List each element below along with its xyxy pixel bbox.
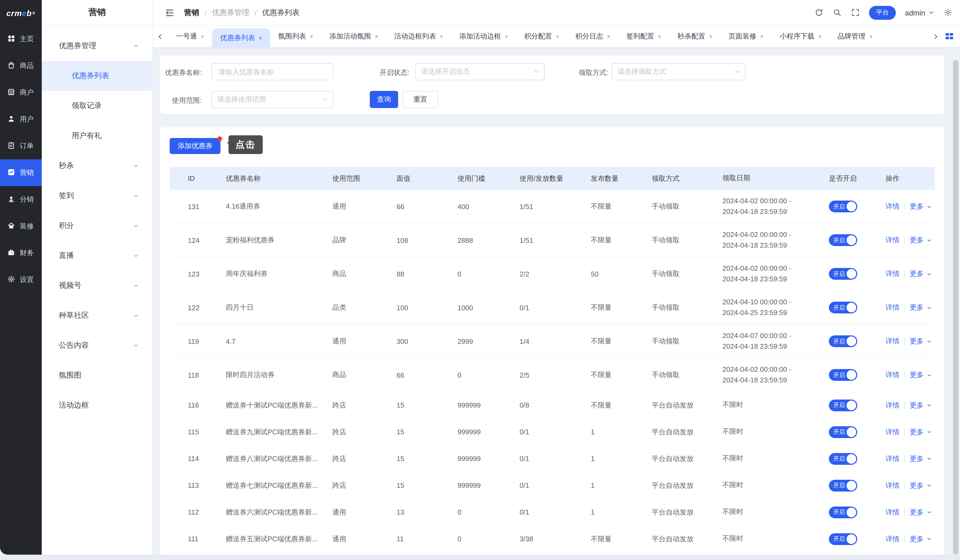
more-link[interactable]: 更多	[910, 303, 923, 313]
detail-link[interactable]: 详情	[886, 534, 899, 544]
sidebar-item-6[interactable]: 签到	[42, 181, 152, 211]
close-icon[interactable]: ×	[658, 33, 661, 40]
enable-toggle[interactable]: 开启	[829, 399, 857, 411]
close-icon[interactable]: ×	[201, 33, 204, 40]
enable-toggle[interactable]: 开启	[829, 268, 857, 280]
more-link[interactable]: 更多	[910, 269, 923, 279]
tab-10[interactable]: 秒杀配置×	[669, 26, 720, 47]
detail-link[interactable]: 详情	[886, 427, 899, 437]
rail-item-2[interactable]: 商品	[0, 53, 42, 79]
more-link[interactable]: 更多	[910, 235, 923, 245]
detail-link[interactable]: 详情	[886, 370, 899, 380]
detail-link[interactable]: 详情	[886, 337, 899, 346]
rail-item-9[interactable]: 财务	[0, 239, 42, 266]
platform-badge[interactable]: 平台	[869, 6, 896, 19]
close-icon[interactable]: ×	[818, 33, 822, 40]
brand-logo[interactable]: crmeb®	[0, 0, 42, 26]
refresh-icon[interactable]	[814, 8, 824, 17]
enable-toggle[interactable]: 开启	[829, 533, 857, 545]
tab-8[interactable]: 积分日志×	[567, 26, 618, 47]
rail-item-8[interactable]: 装修	[0, 213, 42, 239]
sidebar-item-7[interactable]: 积分	[42, 211, 152, 241]
sidebar-item-9[interactable]: 视频号	[42, 271, 152, 301]
close-icon[interactable]: ×	[607, 33, 610, 40]
enable-toggle[interactable]: 开启	[829, 426, 857, 438]
vertical-scrollbar[interactable]	[953, 60, 958, 555]
method-select[interactable]: 请选择领取方式	[612, 63, 746, 80]
tab-12[interactable]: 小程序下载×	[772, 26, 830, 47]
sidebar-item-1[interactable]: 优惠券管理	[42, 31, 152, 61]
enable-toggle[interactable]: 开启	[829, 234, 857, 246]
more-link[interactable]: 更多	[910, 370, 923, 380]
sidebar-item-12[interactable]: 氛围图	[42, 361, 152, 391]
sidebar-item-3[interactable]: 领取记录	[42, 91, 152, 121]
close-icon[interactable]: ×	[375, 33, 378, 40]
close-icon[interactable]: ×	[709, 33, 712, 40]
enable-toggle[interactable]: 开启	[829, 506, 857, 518]
more-link[interactable]: 更多	[910, 534, 923, 544]
user-menu[interactable]: admin	[905, 8, 934, 17]
status-select[interactable]: 请选择开启状态	[415, 63, 545, 80]
close-icon[interactable]: ×	[310, 33, 313, 40]
reset-button[interactable]: 重置	[402, 91, 438, 108]
more-link[interactable]: 更多	[910, 480, 923, 490]
enable-toggle[interactable]: 开启	[829, 480, 857, 491]
close-icon[interactable]: ×	[869, 33, 873, 40]
coupon-name-input[interactable]	[217, 67, 328, 76]
tab-1[interactable]: 一号通×	[168, 26, 212, 47]
rail-item-4[interactable]: 用户	[0, 106, 42, 132]
rail-item-7[interactable]: 分销	[0, 186, 42, 213]
enable-toggle[interactable]: 开启	[829, 335, 857, 347]
sidebar-item-11[interactable]: 公告内容	[42, 330, 152, 361]
enable-toggle[interactable]: 开启	[829, 369, 857, 381]
enable-toggle[interactable]: 开启	[829, 201, 857, 212]
rail-item-3[interactable]: 商户	[0, 79, 42, 106]
tabs-options-icon[interactable]	[944, 31, 955, 42]
detail-link[interactable]: 详情	[886, 303, 899, 313]
scope-select[interactable]: 请选择使用范围	[211, 91, 333, 108]
search-button[interactable]: 查询	[370, 91, 398, 108]
enable-toggle[interactable]: 开启	[829, 453, 857, 464]
close-icon[interactable]: ×	[440, 33, 443, 40]
detail-link[interactable]: 详情	[886, 507, 899, 517]
close-icon[interactable]: ×	[760, 33, 763, 40]
detail-link[interactable]: 详情	[886, 202, 899, 211]
detail-link[interactable]: 详情	[886, 235, 899, 245]
rail-item-5[interactable]: 订单	[0, 132, 42, 160]
tab-4[interactable]: 添加活动氛围×	[322, 26, 386, 47]
tab-6[interactable]: 添加活动边框×	[451, 26, 516, 47]
sidebar-item-10[interactable]: 种草社区	[42, 301, 152, 330]
detail-link[interactable]: 详情	[886, 400, 899, 410]
rail-item-1[interactable]: 主页	[0, 26, 42, 53]
tab-13[interactable]: 品牌管理×	[830, 26, 881, 47]
more-link[interactable]: 更多	[910, 202, 923, 211]
close-icon[interactable]: ×	[556, 33, 559, 40]
sidebar-item-4[interactable]: 用户有礼	[42, 121, 152, 151]
more-link[interactable]: 更多	[910, 454, 923, 463]
tab-2[interactable]: 优惠券列表×	[212, 28, 270, 47]
rail-item-6[interactable]: 营销	[0, 160, 42, 186]
tab-11[interactable]: 页面装修×	[720, 26, 772, 47]
sidebar-item-5[interactable]: 秒杀	[42, 151, 152, 181]
breadcrumb-parent[interactable]: 优惠券管理	[212, 8, 250, 18]
add-coupon-button[interactable]: 添加优惠券	[170, 138, 221, 154]
more-link[interactable]: 更多	[910, 337, 923, 346]
search-icon[interactable]	[833, 8, 842, 17]
sidebar-item-2[interactable]: 优惠券列表	[42, 61, 152, 91]
enable-toggle[interactable]: 开启	[829, 302, 857, 313]
tab-7[interactable]: 积分配置×	[516, 26, 567, 47]
gear-icon[interactable]	[943, 8, 952, 17]
tab-5[interactable]: 活动边框列表×	[386, 26, 451, 47]
tabs-scroll-left-icon[interactable]	[157, 26, 163, 48]
rail-item-10[interactable]: 设置	[0, 266, 42, 293]
close-icon[interactable]: ×	[259, 35, 262, 41]
breadcrumb-root[interactable]: 营销	[184, 8, 199, 18]
sidebar-item-13[interactable]: 活动边框	[42, 391, 152, 420]
detail-link[interactable]: 详情	[886, 454, 899, 463]
coupon-name-field[interactable]	[211, 63, 333, 80]
more-link[interactable]: 更多	[910, 400, 923, 410]
tab-9[interactable]: 签到配置×	[618, 26, 669, 47]
fullscreen-icon[interactable]	[851, 8, 860, 17]
more-link[interactable]: 更多	[910, 507, 923, 517]
collapse-sidebar-icon[interactable]	[165, 8, 174, 18]
